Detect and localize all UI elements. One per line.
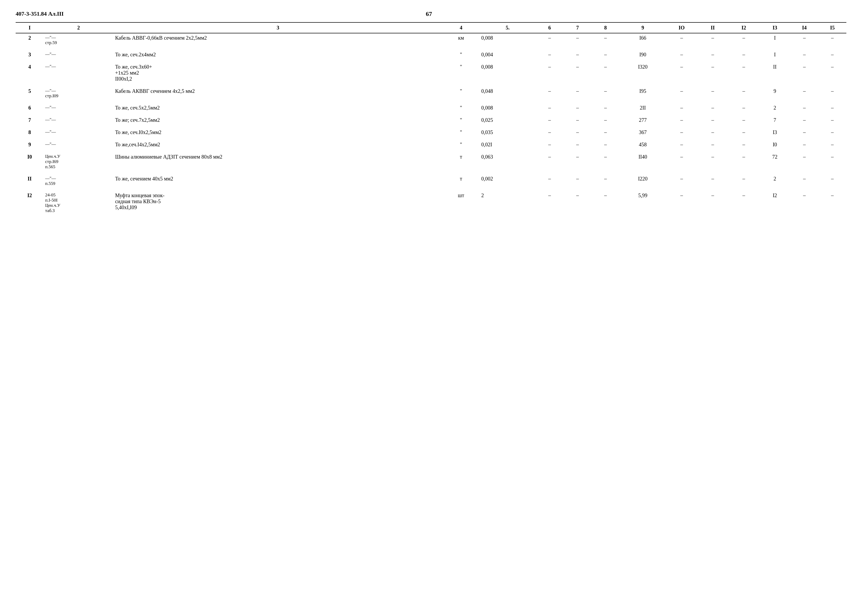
- cell-row9-col5: 0,02I: [480, 140, 536, 149]
- cell-row7-col10: –: [666, 116, 697, 125]
- main-table: I 2 3 4 5. 6 7 8 9 IO II I2 I3 I4 I5 2—"…: [16, 22, 846, 218]
- cell-row10-col7: –: [564, 152, 591, 171]
- cell-row7-col12: –: [728, 116, 759, 125]
- table-row: 3—"—То же, сеч.2х4мм2"0,004–––I90–––I––: [16, 50, 846, 59]
- cell-row12-col15: –: [818, 191, 846, 215]
- cell-row5-col9: I95: [620, 86, 666, 100]
- cell-row8-col13: I3: [759, 128, 790, 137]
- cell-row10-col12: –: [728, 152, 759, 171]
- cell-row7-col2: —"—: [44, 116, 113, 125]
- cell-row12-col4: шт: [443, 191, 480, 215]
- cell-row6-col14: –: [790, 103, 818, 112]
- cell-row4-col4: ": [443, 62, 480, 83]
- cell-row5-col4: ": [443, 86, 480, 100]
- cell-row5-col1: 5: [16, 86, 44, 100]
- col-header-2: 2: [44, 22, 113, 33]
- spacer-row: [16, 215, 846, 218]
- col-header-1: I: [16, 22, 44, 33]
- cell-row12-col9: 5,99: [620, 191, 666, 215]
- cell-row4-col12: –: [728, 62, 759, 83]
- spacer-row: [16, 59, 846, 62]
- cell-row3-col9: I90: [620, 50, 666, 59]
- cell-row12-col7: –: [564, 191, 591, 215]
- cell-row2-col2: —"— стр.59: [44, 33, 113, 47]
- cell-row4-col14: –: [790, 62, 818, 83]
- table-header-row: I 2 3 4 5. 6 7 8 9 IO II I2 I3 I4 I5: [16, 22, 846, 33]
- cell-row8-col9: 367: [620, 128, 666, 137]
- cell-row4-col6: –: [535, 62, 564, 83]
- doc-number: 407-3-351.84 Ал.III: [16, 11, 64, 17]
- cell-row11-col4: т: [443, 174, 480, 188]
- cell-row6-col15: –: [818, 103, 846, 112]
- cell-row8-col6: –: [535, 128, 564, 137]
- cell-row8-col8: –: [592, 128, 620, 137]
- cell-row12-col14: –: [790, 191, 818, 215]
- cell-row3-col5: 0,004: [480, 50, 536, 59]
- col-header-13: I3: [759, 22, 790, 33]
- cell-row8-col3: То же, сеч.I0х2,5мм2: [113, 128, 442, 137]
- spacer-row: [16, 83, 846, 86]
- cell-row9-col11: –: [697, 140, 728, 149]
- cell-row7-col11: –: [697, 116, 728, 125]
- cell-row9-col4: ": [443, 140, 480, 149]
- cell-row10-col8: –: [592, 152, 620, 171]
- table-row: 6—"—То же, сеч.5х2,5мм2"0,008–––2II–––2–…: [16, 103, 846, 112]
- cell-row10-col10: –: [666, 152, 697, 171]
- spacer-row: [16, 188, 846, 191]
- cell-row4-col9: I320: [620, 62, 666, 83]
- cell-row7-col14: –: [790, 116, 818, 125]
- cell-row6-col1: 6: [16, 103, 44, 112]
- spacer-row: [16, 112, 846, 116]
- table-row: 9—"—То же,сеч.I4х2,5мм2"0,02I–––458–––I0…: [16, 140, 846, 149]
- cell-row11-col15: –: [818, 174, 846, 188]
- cell-row9-col14: –: [790, 140, 818, 149]
- cell-row11-col7: –: [564, 174, 591, 188]
- cell-row5-col13: 9: [759, 86, 790, 100]
- cell-row12-col5: 2: [480, 191, 536, 215]
- cell-row12-col8: –: [592, 191, 620, 215]
- cell-row12-col3: Муфта концевая эпок- сидная типа КВЭн-5 …: [113, 191, 442, 215]
- cell-row12-col1: I2: [16, 191, 44, 215]
- cell-row8-col1: 8: [16, 128, 44, 137]
- cell-row8-col14: –: [790, 128, 818, 137]
- cell-row3-col4: ": [443, 50, 480, 59]
- cell-row5-col3: Кабель АКВВГ сечением 4х2,5 мм2: [113, 86, 442, 100]
- cell-row5-col6: –: [535, 86, 564, 100]
- cell-row11-col9: I220: [620, 174, 666, 188]
- cell-row6-col7: –: [564, 103, 591, 112]
- cell-row10-col5: 0,063: [480, 152, 536, 171]
- cell-row11-col10: –: [666, 174, 697, 188]
- cell-row5-col2: —"— стр.I09: [44, 86, 113, 100]
- table-row: 7—"—То же; сеч.7х2,5мм2"0,025–––277–––7–…: [16, 116, 846, 125]
- cell-row10-col6: –: [535, 152, 564, 171]
- col-header-5: 5.: [480, 22, 536, 33]
- cell-row10-col3: Шины алюминиевые АДЗIТ сечением 80х8 мм2: [113, 152, 442, 171]
- cell-row2-col10: –: [666, 33, 697, 47]
- cell-row4-col11: –: [697, 62, 728, 83]
- table-row: 8—"—То же, сеч.I0х2,5мм2"0,035–––367–––I…: [16, 128, 846, 137]
- spacer-row: [16, 149, 846, 152]
- cell-row5-col11: –: [697, 86, 728, 100]
- cell-row5-col12: –: [728, 86, 759, 100]
- cell-row9-col12: –: [728, 140, 759, 149]
- cell-row12-col2: 24-05 п.I-50I Цен.ч.У таб.3: [44, 191, 113, 215]
- cell-row4-col3: То же, сеч.3х60+ +1х25 мм2 II00хI,2: [113, 62, 442, 83]
- cell-row2-col15: –: [818, 33, 846, 47]
- cell-row2-col9: I66: [620, 33, 666, 47]
- col-header-8: 8: [592, 22, 620, 33]
- cell-row2-col5: 0,008: [480, 33, 536, 47]
- cell-row9-col2: —"—: [44, 140, 113, 149]
- cell-row10-col14: –: [790, 152, 818, 171]
- cell-row6-col6: –: [535, 103, 564, 112]
- cell-row4-col7: –: [564, 62, 591, 83]
- cell-row2-col11: –: [697, 33, 728, 47]
- cell-row3-col2: —"—: [44, 50, 113, 59]
- cell-row8-col12: –: [728, 128, 759, 137]
- cell-row7-col6: –: [535, 116, 564, 125]
- cell-row11-col3: То же, сечением 40х5 мм2: [113, 174, 442, 188]
- cell-row9-col9: 458: [620, 140, 666, 149]
- cell-row3-col12: –: [728, 50, 759, 59]
- cell-row7-col4: ": [443, 116, 480, 125]
- cell-row7-col5: 0,025: [480, 116, 536, 125]
- cell-row2-col1: 2: [16, 33, 44, 47]
